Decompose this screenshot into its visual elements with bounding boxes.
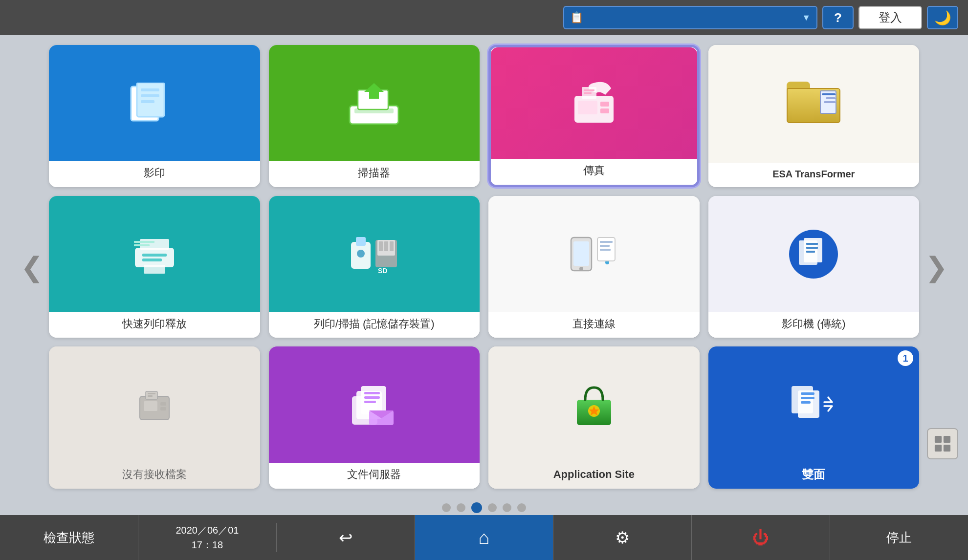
svg-rect-51 [148, 393, 155, 394]
nav-right-button[interactable]: ❯ [919, 251, 953, 283]
legacy-copier-inner-icon [796, 238, 831, 270]
moon-icon: 🌙 [934, 10, 951, 26]
question-icon: ? [834, 10, 842, 25]
dropdown-arrow-icon: ▼ [802, 13, 811, 23]
tile-usb-print[interactable]: SD 列印/掃描 (記憶儲存裝置) [269, 196, 480, 338]
tile-direct-connect[interactable]: 直接連線 [488, 196, 700, 338]
svg-rect-31 [390, 241, 394, 251]
tile-no-receive[interactable]: 沒有接收檔案 [49, 346, 260, 489]
svg-marker-8 [364, 83, 384, 92]
svg-rect-71 [944, 436, 950, 443]
help-button[interactable]: ? [822, 6, 854, 29]
login-button[interactable]: 登入 [858, 6, 922, 29]
power-button[interactable]: ⏻ [692, 515, 830, 560]
page-dot-4[interactable] [488, 503, 497, 512]
legacy-copier-label: 影印機 (傳統) [708, 312, 920, 338]
svg-rect-4 [141, 100, 154, 103]
direct-connect-label: 直接連線 [488, 312, 700, 338]
usb-print-label: 列印/掃描 (記憶儲存裝置) [269, 312, 480, 338]
settings-button[interactable]: ⚙ [553, 515, 692, 560]
chevron-right-icon: ❯ [925, 251, 948, 283]
svg-rect-21 [144, 265, 165, 274]
tile-esa[interactable]: ESA TransFormer [708, 45, 920, 187]
date-display: 2020／06／01 [176, 523, 239, 538]
svg-rect-13 [600, 108, 609, 113]
svg-rect-20 [142, 258, 162, 261]
svg-rect-56 [364, 392, 380, 394]
svg-rect-15 [584, 89, 594, 91]
svg-rect-19 [142, 254, 167, 257]
page-dot-5[interactable] [503, 503, 511, 512]
duplex-icon [789, 384, 838, 425]
svg-rect-17 [135, 248, 174, 267]
print-release-label: 快速列印釋放 [49, 312, 260, 338]
home-button[interactable]: ⌂ [415, 515, 553, 560]
svg-rect-16 [584, 92, 592, 94]
svg-rect-49 [160, 407, 166, 410]
tile-print-release[interactable]: 快速列印釋放 [49, 196, 260, 338]
svg-point-35 [579, 267, 583, 271]
stop-button[interactable]: 停止 [830, 515, 968, 560]
copy-icon-area [49, 45, 260, 161]
tile-app-site[interactable]: Application Site [488, 346, 700, 489]
legacy-copier-icon-area [708, 196, 920, 312]
svg-rect-34 [573, 241, 589, 266]
back-icon: ↩ [339, 528, 352, 547]
docserver-icon [350, 384, 398, 426]
svg-point-26 [357, 250, 365, 258]
dropdown-selector[interactable]: 📋 ▼ [563, 6, 817, 29]
print-release-icon [130, 233, 179, 275]
svg-rect-72 [935, 445, 942, 452]
svg-rect-3 [141, 94, 159, 97]
svg-rect-42 [804, 238, 822, 262]
back-button[interactable]: ↩ [277, 515, 415, 560]
page-dot-1[interactable] [442, 503, 451, 512]
tile-fax[interactable]: 傳真 [488, 45, 700, 187]
status-label: 檢查狀態 [44, 529, 94, 546]
svg-rect-25 [356, 237, 366, 246]
svg-rect-12 [600, 102, 609, 107]
duplex-icon-area [708, 346, 920, 461]
svg-rect-39 [600, 245, 610, 247]
doc-server-icon-area [269, 346, 480, 463]
time-display: 17：18 [192, 538, 223, 552]
tile-copy[interactable]: 影印 [49, 45, 260, 187]
tile-doc-server[interactable]: 文件伺服器 [269, 346, 480, 489]
svg-rect-52 [148, 395, 153, 397]
svg-rect-45 [806, 251, 815, 253]
svg-rect-55 [361, 386, 386, 414]
status-button[interactable]: 檢查狀態 [0, 515, 138, 560]
mobile-connect-icon [567, 233, 621, 276]
fax-label: 傳真 [491, 159, 697, 185]
grid-toggle-button[interactable] [927, 428, 958, 459]
page-dot-3[interactable] [471, 502, 482, 513]
usb-sd-icon: SD [347, 233, 401, 275]
home-icon: ⌂ [479, 527, 490, 548]
main-content: ❮ 影印 [0, 35, 968, 498]
copy-icon [130, 83, 179, 124]
doc-server-label: 文件伺服器 [269, 463, 480, 489]
page-dot-2[interactable] [457, 503, 465, 512]
page-indicators [0, 498, 968, 515]
stop-label: 停止 [886, 529, 912, 546]
power-icon: ⏻ [752, 528, 769, 547]
sleep-button[interactable]: 🌙 [927, 6, 958, 29]
svg-rect-11 [578, 101, 597, 114]
app-grid: 影印 掃描器 [49, 45, 919, 489]
svg-rect-57 [364, 396, 380, 399]
svg-rect-69 [801, 401, 811, 404]
tile-legacy-copier[interactable]: 影印機 (傳統) [708, 196, 920, 338]
nav-left-button[interactable]: ❮ [15, 251, 49, 283]
app-site-icon-area [488, 346, 700, 463]
svg-rect-30 [384, 241, 388, 251]
bottom-bar: 檢查狀態 2020／06／01 17：18 ↩ ⌂ ⚙ ⏻ 停止 [0, 515, 968, 560]
tile-duplex[interactable]: 1 雙面 [708, 346, 920, 489]
fax-icon [567, 81, 621, 125]
scanner-label: 掃描器 [269, 161, 480, 187]
login-label: 登入 [879, 10, 902, 25]
page-dot-6[interactable] [517, 503, 526, 512]
no-receive-label: 沒有接收檔案 [49, 463, 260, 489]
tile-scanner[interactable]: 掃描器 [269, 45, 480, 187]
svg-rect-44 [806, 247, 818, 249]
print-release-icon-area [49, 196, 260, 312]
